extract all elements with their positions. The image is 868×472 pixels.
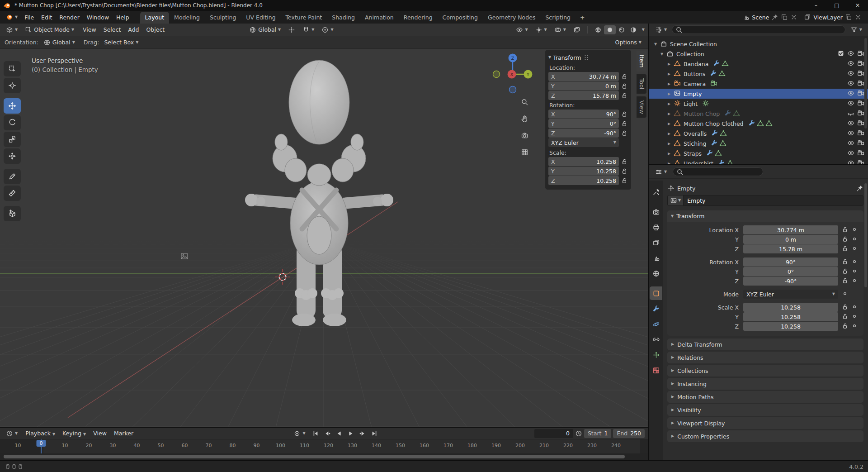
outliner-search[interactable] [672, 25, 845, 34]
jump-start-button[interactable] [310, 429, 321, 438]
properties-tab-constraints[interactable] [650, 333, 662, 346]
panel-visibility[interactable]: ▶Visibility [667, 404, 863, 416]
navigation-gizmo[interactable]: Z Y X [492, 52, 533, 95]
animate-decorator[interactable] [851, 322, 858, 331]
minimize-button[interactable]: – [806, 0, 826, 11]
workspace-tab-geometry-nodes[interactable]: Geometry Nodes [483, 12, 540, 24]
timeline-scrollbar[interactable] [0, 453, 648, 460]
exclude-checkbox[interactable] [837, 50, 844, 58]
menu-edit[interactable]: Edit [38, 12, 56, 23]
workspace-tab-rendering[interactable]: Rendering [399, 12, 438, 24]
sidebar-tab-item[interactable]: Item [637, 51, 646, 72]
outliner-filter-button[interactable]: ▼ [848, 25, 864, 34]
expand-icon[interactable]: ▼ [659, 52, 665, 56]
workspace-tab-layout[interactable]: Layout [140, 12, 170, 24]
animate-decorator[interactable] [851, 277, 858, 286]
scale-x-field[interactable]: 10.258 [743, 303, 838, 312]
sidebar-tab-tool[interactable]: Tool [637, 74, 646, 93]
viewport-menu-view[interactable]: View [79, 24, 100, 35]
scene-name[interactable]: Scene [752, 14, 769, 21]
scrollbar-handle[interactable] [4, 455, 625, 458]
tool-cursor[interactable] [4, 78, 21, 93]
render-toggle[interactable] [857, 70, 864, 78]
animate-decorator[interactable] [851, 303, 858, 312]
play-reverse-button[interactable] [333, 429, 345, 438]
expand-icon[interactable]: ▼ [653, 42, 658, 46]
workspace-tab-sculpting[interactable]: Sculpting [205, 12, 241, 24]
render-toggle[interactable] [857, 129, 864, 138]
timeline-menu-keying[interactable]: Keying ▼ [59, 428, 90, 439]
scale-x-field[interactable]: X10.258 [548, 157, 619, 166]
next-keyframe-button[interactable] [357, 429, 368, 438]
view-layer-selector[interactable]: ViewLayer [801, 13, 864, 22]
tool-measure[interactable] [4, 186, 21, 201]
outliner-item-label[interactable]: Undershirt [683, 160, 714, 165]
properties-tab-world[interactable] [650, 267, 662, 280]
render-toggle[interactable] [857, 100, 864, 108]
sidebar-tab-view[interactable]: View [637, 96, 646, 118]
properties-editor-type-button[interactable]: ▼ [653, 167, 669, 176]
animate-decorator[interactable] [851, 258, 858, 267]
outliner-row-light[interactable]: ▶Light [649, 99, 868, 109]
viewport-menu-add[interactable]: Add [124, 24, 142, 35]
object-visibility-dropdown[interactable]: ▼ [514, 25, 530, 34]
orientation-dropdown[interactable]: Global▼ [41, 38, 77, 47]
animate-decorator[interactable] [851, 245, 858, 253]
panel-motion-paths[interactable]: ▶Motion Paths [667, 391, 863, 403]
location-x-field[interactable]: 30.774 m [743, 225, 838, 234]
drag-dropdown[interactable]: Select Box▼ [102, 38, 141, 47]
outliner-item-label[interactable]: Light [683, 100, 698, 107]
object-name-field[interactable]: Empty [683, 195, 863, 206]
tool-rotate[interactable] [4, 115, 21, 130]
render-toggle[interactable] [857, 119, 864, 128]
outliner-row-undershirt[interactable]: ▶Undershirt [649, 158, 868, 164]
outliner-row-empty[interactable]: ▶Empty [649, 89, 868, 99]
timeline-menu-playback[interactable]: Playback ▼ [22, 428, 59, 439]
location-z-field[interactable]: 15.78 m [743, 244, 838, 253]
lock-toggle[interactable] [841, 277, 849, 286]
menu-file[interactable]: File [21, 12, 38, 23]
add-workspace-button[interactable]: + [576, 13, 588, 22]
frame-start-field[interactable]: Start1 [584, 429, 612, 438]
transform-orientation-dropdown[interactable]: Global▼ [247, 25, 283, 34]
outliner-item-label[interactable]: Stiching [683, 140, 707, 147]
scale-z-field[interactable]: Z10.258 [548, 176, 619, 185]
menu-render[interactable]: Render [56, 12, 83, 23]
outliner-search-input[interactable] [685, 26, 842, 33]
workspace-tab-uv-editing[interactable]: UV Editing [241, 12, 280, 24]
mode-dropdown[interactable]: Object Mode▼ [23, 25, 76, 34]
scale-y-field[interactable]: Y10.258 [548, 167, 619, 176]
workspace-tab-texture-paint[interactable]: Texture Paint [281, 12, 327, 24]
properties-search-input[interactable] [686, 168, 760, 175]
menu-help[interactable]: Help [113, 12, 133, 23]
expand-icon[interactable]: ▶ [666, 92, 672, 96]
hide-toggle[interactable] [847, 90, 854, 98]
properties-scrollbar[interactable] [864, 183, 867, 287]
hide-toggle[interactable] [847, 110, 854, 118]
lock-toggle[interactable] [841, 258, 849, 267]
timeline-track[interactable]: -100102030405060708090100110120130140150… [0, 439, 648, 453]
render-toggle[interactable] [857, 139, 864, 148]
location-z-field[interactable]: Z15.78 m [548, 91, 619, 100]
workspace-tab-scripting[interactable]: Scripting [540, 12, 576, 24]
location-x-field[interactable]: X30.774 m [548, 72, 619, 81]
lock-toggle[interactable] [841, 313, 849, 321]
animate-decorator[interactable] [851, 226, 858, 234]
panel-viewport-display[interactable]: ▶Viewport Display [667, 417, 863, 429]
expand-icon[interactable]: ▶ [666, 82, 672, 86]
snap-toggle[interactable] [286, 25, 297, 34]
gizmo-axis-z-neg[interactable] [509, 86, 516, 93]
lock-toggle[interactable] [841, 303, 849, 312]
object-type-dropdown[interactable]: ▼ [667, 195, 683, 206]
properties-tab-physics[interactable] [650, 317, 662, 331]
expand-icon[interactable]: ▶ [666, 112, 672, 116]
workspace-tab-modeling[interactable]: Modeling [169, 12, 205, 24]
outliner-scrollbar[interactable] [864, 38, 867, 129]
lock-toggle[interactable] [841, 235, 849, 244]
render-toggle[interactable] [857, 90, 864, 98]
outliner-item-label[interactable]: Empty [683, 91, 703, 97]
outliner-row-overalls[interactable]: ▶Overalls [649, 129, 868, 138]
panel-collections[interactable]: ▶Collections [667, 365, 863, 377]
pan-button[interactable] [519, 113, 530, 124]
overlays-dropdown[interactable]: ▼ [552, 25, 568, 34]
